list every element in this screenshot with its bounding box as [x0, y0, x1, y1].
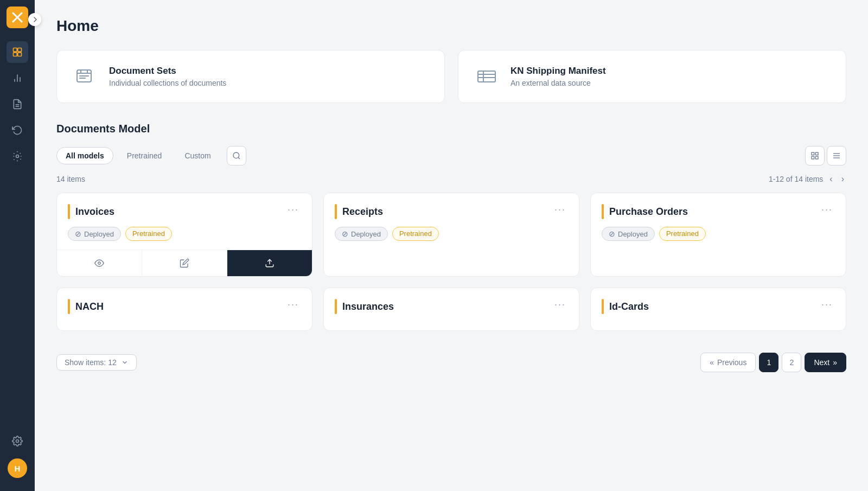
model-grid: Invoices ··· ⊘ Deployed Pretrained — [56, 193, 846, 331]
purchase-orders-badges: ⊘ Deployed Pretrained — [602, 227, 835, 241]
model-card-nach[interactable]: NACH ··· — [56, 288, 312, 331]
show-items-dropdown[interactable]: Show items: 12 — [56, 354, 137, 371]
document-sets-icon — [72, 63, 98, 90]
sidebar-item-integrations[interactable] — [7, 145, 28, 167]
sidebar-item-pdf[interactable] — [7, 93, 28, 115]
pagination-buttons: « Previous 1 2 Next » — [700, 353, 846, 372]
next-page-button[interactable]: Next » — [805, 353, 846, 372]
items-count: 14 items — [56, 175, 85, 183]
model-card-invoices-body: Invoices ··· ⊘ Deployed Pretrained — [57, 193, 312, 250]
pagination-range: 1-12 of 14 items — [769, 175, 823, 183]
nach-more-button[interactable]: ··· — [285, 299, 301, 310]
svg-rect-2 — [14, 53, 17, 56]
pagination-mini: 1-12 of 14 items ‹ › — [769, 174, 846, 184]
model-card-id-cards-header: Id-Cards ··· — [602, 299, 835, 314]
sidebar-item-analytics[interactable] — [7, 67, 28, 89]
grid-view-button[interactable] — [805, 146, 825, 165]
pagination-next-mini[interactable]: › — [839, 174, 846, 184]
model-card-purchase-orders-body: Purchase Orders ··· ⊘ Deployed Pretraine… — [591, 193, 846, 250]
sidebar: H — [0, 0, 35, 491]
check-circle-icon: ⊘ — [609, 229, 615, 238]
pagination-prev-mini[interactable]: ‹ — [827, 174, 834, 184]
chevron-left-icon: « — [710, 358, 714, 367]
purchase-orders-more-button[interactable]: ··· — [819, 204, 835, 215]
kn-shipping-title: KN Shipping Manifest — [510, 66, 606, 76]
filter-tab-pretrained[interactable]: Pretrained — [118, 147, 171, 164]
svg-point-9 — [16, 155, 19, 158]
model-card-receipts-title-row: Receipts — [335, 204, 383, 219]
filter-tab-all[interactable]: All models — [56, 147, 113, 164]
sidebar-item-history[interactable] — [7, 119, 28, 141]
page-1-button[interactable]: 1 — [759, 353, 778, 372]
sidebar-toggle-button[interactable] — [28, 13, 41, 26]
svg-point-27 — [98, 262, 101, 265]
svg-rect-0 — [14, 48, 17, 52]
filter-tab-custom[interactable]: Custom — [175, 147, 220, 164]
id-cards-more-button[interactable]: ··· — [819, 299, 835, 310]
kn-shipping-subtitle: An external data source — [510, 79, 606, 87]
sidebar-item-documents[interactable] — [7, 41, 28, 63]
badge-pretrained-receipts: Pretrained — [392, 227, 439, 241]
model-border-accent — [335, 299, 337, 314]
check-circle-icon: ⊘ — [342, 229, 348, 238]
model-card-purchase-orders-title-row: Purchase Orders — [602, 204, 688, 219]
show-items-label: Show items: 12 — [65, 358, 117, 367]
model-card-insurances[interactable]: Insurances ··· — [323, 288, 579, 331]
svg-rect-21 — [815, 152, 818, 155]
model-border-accent — [68, 204, 70, 219]
check-circle-icon: ⊘ — [75, 229, 81, 238]
invoices-more-button[interactable]: ··· — [285, 204, 301, 215]
model-card-id-cards[interactable]: Id-Cards ··· — [590, 288, 846, 331]
model-card-purchase-orders[interactable]: Purchase Orders ··· ⊘ Deployed Pretraine… — [590, 193, 846, 277]
kn-shipping-card[interactable]: KN Shipping Manifest An external data so… — [458, 50, 846, 103]
invoices-edit-button[interactable] — [142, 250, 227, 276]
search-button[interactable] — [227, 146, 246, 165]
footer-bar: Show items: 12 « Previous 1 2 Next » — [56, 344, 846, 377]
receipts-more-button[interactable]: ··· — [552, 204, 568, 215]
invoices-export-button[interactable] — [227, 250, 312, 276]
page-title: Home — [56, 17, 846, 35]
model-card-id-cards-body: Id-Cards ··· — [591, 288, 846, 330]
model-card-insurances-body: Insurances ··· — [324, 288, 579, 330]
model-card-nach-body: NACH ··· — [57, 288, 312, 330]
sidebar-item-settings[interactable] — [7, 430, 28, 452]
model-card-insurances-header: Insurances ··· — [335, 299, 568, 314]
kn-shipping-icon — [474, 63, 500, 90]
svg-line-19 — [238, 157, 240, 159]
svg-rect-3 — [18, 53, 22, 56]
page-2-button[interactable]: 2 — [782, 353, 801, 372]
prev-page-button[interactable]: « Previous — [700, 353, 756, 372]
badge-deployed-purchase-orders: ⊘ Deployed — [602, 227, 655, 241]
sidebar-logo[interactable] — [7, 7, 28, 28]
svg-rect-1 — [18, 48, 22, 52]
model-card-receipts-body: Receipts ··· ⊘ Deployed Pretrained — [324, 193, 579, 250]
model-card-receipts-header: Receipts ··· — [335, 204, 568, 219]
model-name-receipts: Receipts — [342, 206, 383, 218]
model-name-purchase-orders: Purchase Orders — [609, 206, 688, 218]
model-card-purchase-orders-header: Purchase Orders ··· — [602, 204, 835, 219]
document-sets-title: Document Sets — [109, 66, 226, 76]
model-card-receipts[interactable]: Receipts ··· ⊘ Deployed Pretrained — [323, 193, 579, 277]
avatar[interactable]: H — [8, 458, 27, 478]
model-card-invoices[interactable]: Invoices ··· ⊘ Deployed Pretrained — [56, 193, 312, 277]
model-card-nach-title-row: NACH — [68, 299, 104, 314]
document-sets-text: Document Sets Individual collections of … — [109, 66, 226, 87]
svg-rect-23 — [815, 156, 818, 159]
chevron-right-icon: » — [833, 358, 837, 367]
model-name-id-cards: Id-Cards — [609, 301, 649, 313]
top-cards-row: Document Sets Individual collections of … — [56, 50, 846, 103]
list-view-button[interactable] — [827, 146, 846, 165]
svg-rect-14 — [478, 71, 495, 82]
document-sets-card[interactable]: Document Sets Individual collections of … — [56, 50, 445, 103]
model-card-invoices-header: Invoices ··· — [68, 204, 301, 219]
sidebar-bottom: H — [7, 430, 28, 484]
filter-bar: All models Pretrained Custom — [56, 146, 846, 165]
svg-rect-20 — [812, 152, 814, 155]
svg-point-10 — [16, 440, 19, 443]
insurances-more-button[interactable]: ··· — [552, 299, 568, 310]
invoices-view-button[interactable] — [57, 250, 142, 276]
svg-point-18 — [233, 152, 239, 158]
kn-shipping-text: KN Shipping Manifest An external data so… — [510, 66, 606, 87]
view-toggles — [805, 146, 846, 165]
model-border-accent — [602, 299, 604, 314]
